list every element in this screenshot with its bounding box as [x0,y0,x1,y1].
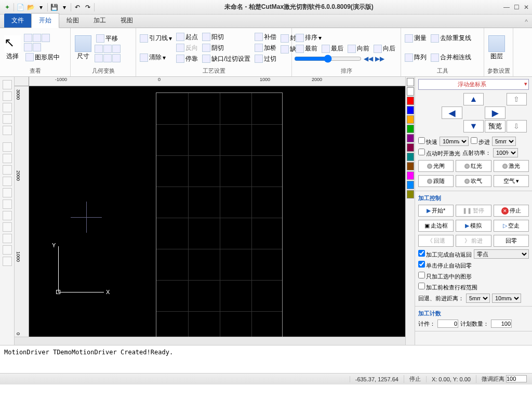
size-button[interactable]: 尺寸 [73,34,94,62]
text-tool-icon[interactable] [3,257,12,266]
edit-node-tool-icon[interactable] [3,91,12,101]
transform-icon[interactable] [112,54,121,62]
onlysel-checkbox[interactable]: 只加工选中的图形 [418,272,472,281]
layer-color-swatch[interactable] [407,143,414,152]
forward-button[interactable]: 》 前进 [456,235,491,247]
center-figure-button[interactable]: 图形居中 [24,52,61,62]
layer-color-swatch[interactable] [407,78,414,86]
layer-color-swatch[interactable] [407,125,414,133]
layer-color-swatch[interactable] [407,190,414,198]
startpoint-button[interactable]: 起点 [175,32,200,42]
view-tool-icon[interactable] [42,34,50,42]
start-button[interactable]: ▶开始* [418,205,454,217]
layer-color-swatch[interactable] [407,181,414,189]
pointer-tool-icon[interactable] [3,80,12,89]
autoreturn-select[interactable]: 零点 [474,249,529,259]
layer-color-swatch[interactable] [407,162,414,170]
dryrun-button[interactable]: ▷空走 [494,220,529,232]
follow-button[interactable]: 跟随 [418,175,454,187]
preview-button[interactable]: 预览 [485,120,505,132]
rect-tool-icon[interactable] [3,200,12,209]
laser-head-down-icon[interactable]: ⇩ [507,120,527,132]
shape-tool-icon[interactable] [3,234,12,243]
save-icon[interactable]: 💾 [50,3,58,11]
leadin-button[interactable]: 引刀线▾ [138,33,174,43]
view-tool-icon[interactable] [24,34,32,42]
zoom-tool-icon[interactable] [3,126,12,135]
drawing-canvas[interactable]: Y X + [29,86,405,337]
plan-count-field[interactable] [491,320,512,328]
tab-view[interactable]: 视图 [113,14,140,28]
seek-start-icon[interactable]: ◀◀ [364,55,373,62]
view-tool-icon[interactable] [33,43,41,51]
maximize-icon[interactable]: ☐ [514,4,520,11]
gas-select[interactable]: 空气 ▾ [494,175,529,187]
step-dist-select[interactable]: 5mm [492,137,516,146]
layer-color-swatch[interactable] [407,97,414,105]
select-button[interactable]: ↖选择 [2,34,23,62]
fast-checkbox[interactable]: 快速 [418,137,437,146]
view-tool-icon[interactable] [33,34,41,42]
frame-button[interactable]: ▣走边框 [418,220,454,232]
layer-color-swatch[interactable] [407,134,414,142]
jog-up-button[interactable]: ▲ [463,93,484,105]
gap-settings-button[interactable]: 缺口/过切设置 [201,54,252,64]
arc-tool-icon[interactable] [3,177,12,186]
transform-icon[interactable] [95,54,103,62]
circle-tool-icon[interactable] [3,165,12,175]
tab-start[interactable]: 开始 [31,13,59,28]
tab-draw[interactable]: 绘图 [59,14,86,28]
layer-button[interactable]: 图层 [486,34,507,62]
transform-icon[interactable] [103,54,112,62]
forward-button[interactable]: 向前 [346,44,371,54]
layer-color-swatch[interactable] [407,171,414,180]
tab-process[interactable]: 加工 [86,14,113,28]
laser-on-jog-checkbox[interactable]: 点动时开激光 [418,149,460,157]
redo-icon[interactable]: ↷ [84,3,92,11]
stop-button[interactable]: ✕停止 [494,205,529,217]
point-tool-icon[interactable] [3,222,12,232]
simulate-button[interactable]: ▶模拟 [456,220,491,232]
shutter-button[interactable]: 光闸 [418,160,454,172]
order-tool-icon[interactable] [3,103,12,112]
backward-button[interactable]: 向后 [372,44,397,54]
dropdown-icon[interactable]: ▾ [60,3,69,11]
send-back-button[interactable]: 最后 [320,44,345,54]
redlight-button[interactable]: 红光 [456,160,491,172]
dedup-button[interactable]: 去除重复线 [429,33,473,43]
pause-button[interactable]: ❚❚暂停 [456,205,491,217]
clear-button[interactable]: 清除▾ [138,52,174,62]
precheck-checkbox[interactable]: 加工前检查行程范围 [418,283,477,291]
layer-color-swatch[interactable] [407,115,414,124]
bring-front-button[interactable]: 最前 [294,44,319,54]
compensate-button[interactable]: 补偿 [253,32,278,42]
fast-speed-select[interactable]: 10mm/s [440,137,469,146]
sort-slider[interactable] [294,55,362,63]
open-icon[interactable]: 📂 [26,3,35,11]
tab-file[interactable]: 文件 [4,14,31,28]
yinqie-button[interactable]: 阴切 [201,43,252,53]
minimize-icon[interactable]: — [503,4,510,11]
retreat-dist-select[interactable]: 5mm [466,294,490,303]
seek-end-icon[interactable]: ▶▶ [375,55,384,62]
measure-button[interactable]: 测量 [403,33,428,43]
array-button[interactable]: 阵列 [403,52,428,62]
transform-icon[interactable] [95,45,103,53]
close-icon[interactable]: ✕ [524,4,529,11]
app-icon[interactable]: ✦ [3,3,11,11]
view-tool-icon[interactable] [24,43,32,51]
new-icon[interactable]: 📄 [16,3,24,11]
yangqie-button[interactable]: 阳切 [201,32,252,42]
reverse-button[interactable]: 反向 [175,43,200,53]
jog-left-button[interactable]: ◀ [442,107,462,119]
add-bridge-button[interactable]: 加桥 [253,43,278,53]
polyline-tool-icon[interactable] [3,154,12,163]
pan-button[interactable]: 平移 [95,34,121,44]
retreat-speed-select[interactable]: 10mm/s [492,294,521,303]
layer-color-swatch[interactable] [407,106,414,114]
ellipse-tool-icon[interactable] [3,188,12,197]
dock-button[interactable]: 停靠 [175,54,200,64]
finetune-field[interactable] [506,375,527,382]
step-checkbox[interactable]: 步进 [471,137,490,146]
sort-button[interactable]: 排序▾ [294,33,323,43]
